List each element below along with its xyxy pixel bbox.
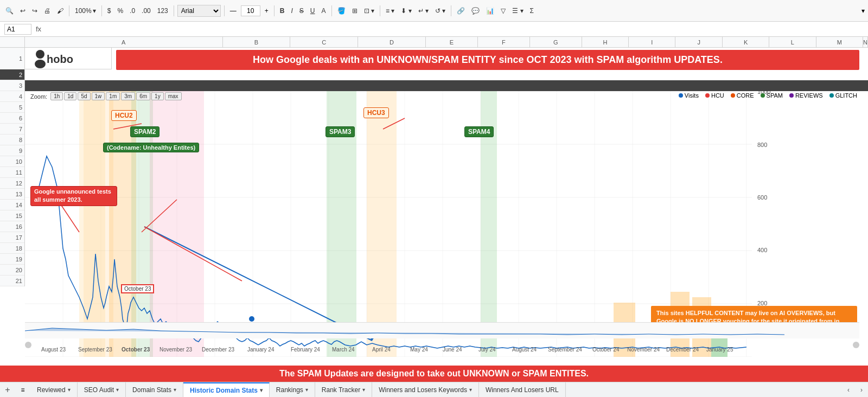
zoom-6m[interactable]: 6m <box>136 92 150 100</box>
more-button[interactable]: ▾ <box>861 7 865 15</box>
fill-color-button[interactable]: 🪣 <box>335 6 348 16</box>
row-3[interactable]: 3 <box>0 80 24 91</box>
spam4-label: SPAM4 <box>464 126 494 137</box>
svg-text:October 24: October 24 <box>592 347 620 353</box>
tab-rank-tracker[interactable]: Rank Tracker ▾ <box>315 382 372 398</box>
view-button[interactable]: ☰ ▾ <box>510 6 525 16</box>
row-16[interactable]: 16 <box>0 221 24 232</box>
borders-button[interactable]: ⊞ <box>350 6 360 16</box>
font-size-increase[interactable]: + <box>263 7 271 15</box>
row-11[interactable]: 11 <box>0 167 24 178</box>
row-8[interactable]: 8 <box>0 135 24 145</box>
chart-button[interactable]: 📊 <box>484 6 496 16</box>
zoom-1d[interactable]: 1d <box>64 92 76 100</box>
hcu3-label: HCU3 <box>363 107 389 118</box>
col-header-N[interactable]: N <box>863 37 868 47</box>
tab-winners-losers-url[interactable]: Winners And Losers URL <box>479 382 566 398</box>
decimal-more-button[interactable]: .00 <box>139 6 153 16</box>
tab-winners-losers-keywords[interactable]: Winners and Losers Keywords ▾ <box>372 382 479 398</box>
row-21[interactable]: 21 <box>0 276 24 286</box>
undo-icon[interactable]: ↩ <box>18 6 28 16</box>
zoom-1w[interactable]: 1w <box>92 92 105 100</box>
col-header-K[interactable]: K <box>723 37 769 47</box>
codename-label: (Codename: Unhealthy Entites) <box>103 143 199 152</box>
tab-reviewed[interactable]: Reviewed ▾ <box>30 382 78 398</box>
zoom-control[interactable]: 100% ▾ <box>73 6 98 16</box>
font-size-input[interactable] <box>241 5 260 16</box>
valign-button[interactable]: ⬇ ▾ <box>399 6 413 16</box>
filter-button[interactable]: ▽ <box>499 6 508 16</box>
row-6[interactable]: 6 <box>0 113 24 124</box>
col-header-I[interactable]: I <box>629 37 675 47</box>
row-2[interactable]: 2 <box>0 69 24 80</box>
col-header-L[interactable]: L <box>769 37 816 47</box>
underline-button[interactable]: U <box>308 6 317 16</box>
row-7[interactable]: 7 <box>0 124 24 135</box>
paint-format-icon[interactable]: 🖌 <box>55 6 66 16</box>
zoom-3m[interactable]: 3m <box>121 92 135 100</box>
zoom-max[interactable]: max <box>165 92 182 100</box>
sum-button[interactable]: Σ <box>528 6 536 16</box>
row-13[interactable]: 13 <box>0 189 24 200</box>
tab-historic-domain-stats[interactable]: Historic Domain Stats ▾ <box>183 382 270 398</box>
col-header-G[interactable]: G <box>530 37 582 47</box>
col-header-A[interactable]: A <box>25 37 223 47</box>
row-9[interactable]: 9 <box>0 145 24 156</box>
align-button[interactable]: ≡ ▾ <box>384 6 397 16</box>
formula-input[interactable] <box>46 24 864 34</box>
scroll-right-handle[interactable] <box>853 342 859 348</box>
col-header-C[interactable]: C <box>290 37 358 47</box>
tab-rankings[interactable]: Rankings ▾ <box>270 382 315 398</box>
font-size-decrease[interactable]: — <box>228 7 239 15</box>
col-header-F[interactable]: F <box>478 37 530 47</box>
number-format-button[interactable]: 123 <box>155 6 170 16</box>
col-header-J[interactable]: J <box>675 37 722 47</box>
currency-button[interactable]: $ <box>105 6 113 16</box>
zoom-5d[interactable]: 5d <box>78 92 90 100</box>
zoom-1m[interactable]: 1m <box>106 92 120 100</box>
row-18[interactable]: 18 <box>0 243 24 254</box>
text-color-button[interactable]: A <box>320 6 328 16</box>
col-header-B[interactable]: B <box>223 37 291 47</box>
search-icon[interactable]: 🔍 <box>3 6 16 16</box>
row-4[interactable]: 4 <box>0 91 24 102</box>
row-20[interactable]: 20 <box>0 265 24 276</box>
row-15[interactable]: 15 <box>0 210 24 221</box>
zoom-1h[interactable]: 1h <box>50 92 63 100</box>
zoom-1y[interactable]: 1y <box>151 92 164 100</box>
percent-button[interactable]: % <box>115 6 125 16</box>
add-sheet-button[interactable]: + <box>0 382 15 398</box>
merge-button[interactable]: ⊡ ▾ <box>362 6 376 16</box>
row-10[interactable]: 10 <box>0 156 24 167</box>
italic-button[interactable]: I <box>289 6 295 16</box>
sheet-menu-button[interactable]: ≡ <box>15 382 30 398</box>
comment-button[interactable]: 💬 <box>469 6 482 16</box>
font-selector[interactable]: Arial <box>177 5 221 17</box>
redo-icon[interactable]: ↪ <box>30 6 40 16</box>
wrap-button[interactable]: ↵ ▾ <box>416 6 431 16</box>
tab-domain-stats[interactable]: Domain Stats ▾ <box>126 382 183 398</box>
col-header-H[interactable]: H <box>582 37 629 47</box>
strikethrough-button[interactable]: S <box>297 6 306 16</box>
scroll-left-handle[interactable] <box>25 342 31 348</box>
row-1[interactable]: 1 <box>0 48 24 69</box>
tabs-scroll-right[interactable]: › <box>855 382 868 398</box>
row-19[interactable]: 19 <box>0 254 24 265</box>
tabs-scroll-left[interactable]: ‹ <box>842 382 855 398</box>
row-17[interactable]: 17 <box>0 232 24 243</box>
decimal-less-button[interactable]: .0 <box>127 6 137 16</box>
bold-button[interactable]: B <box>278 6 287 16</box>
row-12[interactable]: 12 <box>0 178 24 189</box>
col-header-M[interactable]: M <box>816 37 863 47</box>
cell-reference[interactable] <box>4 24 31 35</box>
link-button[interactable]: 🔗 <box>455 6 467 16</box>
row-5[interactable]: 5 <box>0 102 24 113</box>
rotate-button[interactable]: ↺ ▾ <box>433 6 448 16</box>
svg-text:800: 800 <box>757 142 767 148</box>
col-header-D[interactable]: D <box>358 37 426 47</box>
tab-seo-audit[interactable]: SEO Audit ▾ <box>78 382 126 398</box>
col-header-E[interactable]: E <box>426 37 478 47</box>
print-icon[interactable]: 🖨 <box>42 6 53 16</box>
row-14[interactable]: 14 <box>0 200 24 210</box>
svg-text:January 25: January 25 <box>706 347 733 353</box>
